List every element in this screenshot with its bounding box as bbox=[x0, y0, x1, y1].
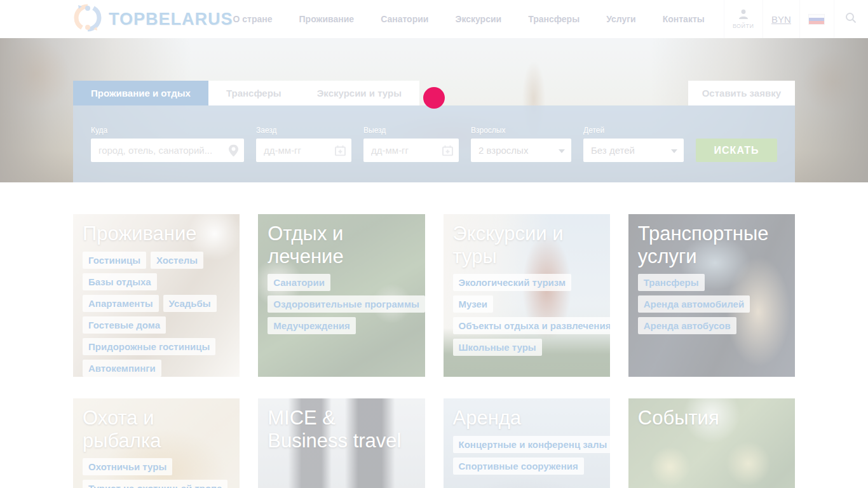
language-selector[interactable] bbox=[799, 0, 834, 38]
chevron-down-icon bbox=[671, 149, 677, 153]
category-card[interactable]: Транспортные услуги ТрансферыАренда авто… bbox=[628, 214, 795, 377]
destination-label: Куда bbox=[91, 126, 244, 135]
category-title: События bbox=[638, 407, 785, 430]
checkout-label: Выезд bbox=[363, 126, 459, 135]
login-label: ВОЙТИ bbox=[733, 23, 754, 29]
leave-request-button[interactable]: Оставить заявку bbox=[688, 81, 795, 105]
tab-accommodation[interactable]: Проживание и отдых bbox=[73, 81, 208, 105]
top-navigation-bar: TOPBELARUS О странеПроживаниеСанаторииЭк… bbox=[0, 0, 868, 38]
search-panel: Куда Заезд bbox=[73, 105, 795, 182]
category-title: Проживание bbox=[83, 222, 230, 245]
category-tag[interactable]: Апартаменты bbox=[83, 295, 159, 312]
category-tag[interactable]: Спортивные сооружения bbox=[453, 458, 584, 475]
russian-flag bbox=[808, 14, 825, 25]
compass-rings-icon bbox=[73, 3, 102, 35]
search-icon bbox=[845, 12, 857, 26]
category-tags: Экологический туризмМузеиОбъекты отдыха … bbox=[453, 274, 600, 360]
nav-item-6[interactable]: Контакты bbox=[663, 14, 705, 24]
category-tag[interactable]: Оздоровительные программы bbox=[268, 295, 424, 313]
category-title: Охота и рыбалка bbox=[83, 407, 230, 452]
category-tag[interactable]: Придорожные гостиницы bbox=[83, 338, 215, 355]
header-search-button[interactable] bbox=[834, 0, 868, 38]
nav-item-1[interactable]: Проживание bbox=[299, 14, 355, 24]
destination-input[interactable] bbox=[91, 139, 244, 162]
category-title: MICE & Business travel bbox=[268, 407, 415, 452]
category-tag[interactable]: Концертные и конференц залы bbox=[453, 436, 610, 453]
category-card[interactable]: Экскурсии и туры Экологический туризмМуз… bbox=[444, 214, 610, 377]
destination-field: Куда bbox=[91, 126, 244, 162]
adults-value: 2 взрослых bbox=[478, 145, 528, 156]
checkout-field: Выезд bbox=[363, 126, 459, 162]
category-card[interactable]: Проживание ГостиницыХостелыБазы отдыхаАп… bbox=[73, 214, 240, 377]
category-card[interactable]: Охота и рыбалка Охотничьи турыТурист на … bbox=[73, 398, 240, 488]
nav-item-2[interactable]: Санатории bbox=[381, 14, 428, 24]
children-field: Детей Без детей bbox=[583, 126, 684, 162]
category-tag[interactable]: Трансферы bbox=[638, 274, 705, 291]
category-tag[interactable]: Автокемпинги bbox=[83, 360, 161, 377]
location-pin-icon bbox=[229, 144, 238, 156]
children-select[interactable]: Без детей bbox=[583, 139, 684, 162]
category-tag[interactable]: Турист на охотничьей тропе bbox=[83, 480, 227, 488]
adults-select[interactable]: 2 взрослых bbox=[471, 139, 571, 162]
checkin-field: Заезд bbox=[256, 126, 351, 162]
site-logo-text: TOPBELARUS bbox=[109, 10, 233, 29]
site-logo[interactable]: TOPBELARUS bbox=[0, 0, 233, 38]
adults-field: Взрослых 2 взрослых bbox=[471, 126, 571, 162]
category-tags: Концертные и конференц залыСпортивные со… bbox=[453, 436, 600, 479]
category-title: Транспортные услуги bbox=[638, 222, 785, 268]
nav-item-0[interactable]: О стране bbox=[233, 14, 273, 24]
category-tag[interactable]: Охотничьи туры bbox=[83, 458, 172, 475]
category-tag[interactable]: Аренда автомобилей bbox=[638, 295, 750, 313]
search-submit-button[interactable]: ИСКАТЬ bbox=[696, 139, 777, 162]
category-tag[interactable]: Усадьбы bbox=[163, 295, 217, 312]
nav-item-3[interactable]: Экскурсии bbox=[455, 14, 501, 24]
tab-transfers[interactable]: Трансферы bbox=[208, 81, 299, 105]
nav-item-4[interactable]: Трансферы bbox=[528, 14, 580, 24]
nav-item-5[interactable]: Услуги bbox=[606, 14, 636, 24]
tab-excursions[interactable]: Экскурсии и туры bbox=[299, 81, 419, 105]
category-tags: ТрансферыАренда автомобилейАренда автобу… bbox=[638, 274, 785, 339]
user-icon bbox=[738, 9, 749, 22]
category-card[interactable]: Отдых и лечение СанаторииОздоровительные… bbox=[258, 214, 424, 377]
calendar-icon[interactable] bbox=[335, 145, 346, 156]
category-title: Отдых и лечение bbox=[268, 222, 415, 268]
children-value: Без детей bbox=[591, 145, 635, 156]
category-tag[interactable]: Аренда автобусов bbox=[638, 317, 736, 334]
category-tag[interactable]: Медучреждения bbox=[268, 317, 355, 334]
search-submit-field: ИСКАТЬ bbox=[696, 139, 777, 162]
currency-selector[interactable]: BYN bbox=[763, 0, 799, 38]
loading-spinner bbox=[423, 87, 445, 109]
category-tag[interactable]: Базы отдыха bbox=[83, 273, 157, 290]
chevron-down-icon bbox=[559, 149, 565, 153]
category-tag[interactable]: Школьные туры bbox=[453, 339, 542, 356]
category-tag[interactable]: Санатории bbox=[268, 274, 330, 291]
children-label: Детей bbox=[583, 126, 684, 135]
calendar-icon[interactable] bbox=[442, 145, 453, 156]
category-title: Аренда bbox=[453, 407, 600, 430]
category-tag[interactable]: Гостевые дома bbox=[83, 316, 166, 334]
category-tags: Охотничьи турыТурист на охотничьей тропе bbox=[83, 458, 230, 488]
login-button[interactable]: ВОЙТИ bbox=[724, 0, 763, 38]
category-tag[interactable]: Гостиницы bbox=[83, 252, 146, 269]
category-tag[interactable]: Музеи bbox=[453, 295, 493, 313]
currency-label: BYN bbox=[771, 14, 791, 25]
category-card[interactable]: Аренда Концертные и конференц залыСпорти… bbox=[444, 398, 610, 488]
category-tags: ГостиницыХостелыБазы отдыхаАпартаментыУс… bbox=[83, 252, 230, 377]
hero-banner: Проживание и отдых Трансферы Экскурсии и… bbox=[0, 38, 868, 182]
checkin-label: Заезд bbox=[256, 126, 351, 135]
category-card[interactable]: События bbox=[628, 398, 795, 488]
category-title: Экскурсии и туры bbox=[453, 222, 600, 268]
category-tag[interactable]: Экологический туризм bbox=[453, 274, 571, 291]
category-card[interactable]: MICE & Business travel bbox=[258, 398, 424, 488]
main-nav: О странеПроживаниеСанаторииЭкскурсииТран… bbox=[233, 0, 724, 38]
category-tag[interactable]: Хостелы bbox=[151, 252, 203, 269]
adults-label: Взрослых bbox=[471, 126, 571, 135]
category-tags: СанаторииОздоровительные программыМедучр… bbox=[268, 274, 415, 339]
category-grid: Проживание ГостиницыХостелыБазы отдыхаАп… bbox=[73, 214, 795, 488]
category-tag[interactable]: Объекты отдыха и развлечения bbox=[453, 317, 610, 334]
